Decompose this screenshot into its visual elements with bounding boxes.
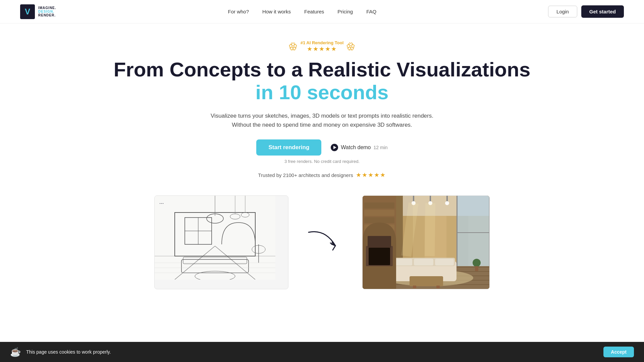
logo-taglines: IMAGINE. DESIGN. RENDER. bbox=[38, 6, 56, 17]
badge-stars: ★★★★★ bbox=[307, 45, 337, 53]
svg-rect-33 bbox=[364, 217, 394, 223]
logo-box: V bbox=[20, 4, 35, 19]
login-button[interactable]: Login bbox=[548, 6, 577, 17]
logo-render: RENDER. bbox=[38, 13, 56, 17]
badge-label: #1 AI Rendering Tool bbox=[301, 40, 344, 45]
play-triangle bbox=[333, 146, 336, 149]
svg-rect-58 bbox=[475, 266, 478, 271]
svg-rect-55 bbox=[413, 286, 416, 288]
render-image bbox=[363, 196, 489, 289]
start-rendering-button[interactable]: Start rendering bbox=[256, 139, 321, 156]
logo[interactable]: V IMAGINE. DESIGN. RENDER. bbox=[20, 4, 56, 19]
demo-duration: 12 min bbox=[374, 145, 388, 150]
svg-point-57 bbox=[473, 259, 481, 267]
svg-rect-54 bbox=[410, 276, 443, 286]
laurel-right: 🏵 bbox=[346, 41, 356, 52]
sketch-panel: ... bbox=[154, 195, 288, 289]
play-icon bbox=[331, 144, 338, 151]
hero-subtitle: Visualizee turns your sketches, images, … bbox=[7, 111, 637, 129]
nav-link-pricing[interactable]: Pricing bbox=[337, 9, 353, 14]
svg-rect-31 bbox=[364, 202, 394, 208]
nav-link-for-who[interactable]: For who? bbox=[228, 9, 249, 14]
hero-title-line2: in 10 seconds bbox=[7, 81, 637, 104]
trusted-section: Trusted by 2100+ architects and designer… bbox=[7, 171, 637, 179]
nav-actions: Login Get started bbox=[548, 5, 624, 18]
hero-title-line1: From Concepts to a Realistic Visualizati… bbox=[7, 59, 637, 81]
navbar: V IMAGINE. DESIGN. RENDER. For who? How … bbox=[0, 0, 644, 23]
free-renders-note: 3 free renders. No credit card required. bbox=[7, 159, 637, 164]
nav-link-faq[interactable]: FAQ bbox=[366, 9, 376, 14]
svg-rect-69 bbox=[369, 248, 390, 265]
svg-rect-68 bbox=[368, 236, 391, 248]
render-panel bbox=[362, 195, 490, 289]
watch-demo-link[interactable]: Watch demo 12 min bbox=[331, 144, 387, 151]
trust-stars: ★★★★★ bbox=[356, 171, 386, 179]
demo-section: ... bbox=[0, 189, 644, 289]
hero-subtitle-line2: Without the need to spend time and money… bbox=[232, 122, 412, 128]
render-svg bbox=[363, 196, 489, 289]
trusted-text: Trusted by 2100+ architects and designer… bbox=[258, 172, 353, 178]
logo-design: DESIGN. bbox=[38, 10, 56, 13]
svg-line-66 bbox=[430, 203, 430, 256]
logo-letter: V bbox=[25, 7, 30, 16]
nav-link-features[interactable]: Features bbox=[304, 9, 324, 14]
logo-imagine: IMAGINE. bbox=[38, 6, 56, 10]
nav-links: For who? How it works Features Pricing F… bbox=[228, 9, 377, 14]
hero-section: 🏵 #1 AI Rendering Tool ★★★★★ 🏵 From Conc… bbox=[0, 23, 644, 189]
svg-rect-32 bbox=[364, 210, 394, 216]
dots-label: ... bbox=[159, 199, 164, 205]
sketch-svg bbox=[155, 196, 275, 280]
curved-arrow-svg bbox=[302, 226, 349, 259]
arrow-area bbox=[302, 226, 349, 259]
watch-demo-label: Watch demo bbox=[341, 144, 371, 150]
sketch-panel-dots: ... bbox=[159, 199, 164, 205]
award-badge: 🏵 #1 AI Rendering Tool ★★★★★ 🏵 bbox=[7, 40, 637, 53]
svg-rect-56 bbox=[436, 286, 440, 288]
badge-content: #1 AI Rendering Tool ★★★★★ bbox=[301, 40, 344, 53]
get-started-button[interactable]: Get started bbox=[581, 5, 624, 18]
nav-link-how-it-works[interactable]: How it works bbox=[262, 9, 291, 14]
hero-subtitle-line1: Visualizee turns your sketches, images, … bbox=[211, 113, 433, 119]
laurel-left: 🏵 bbox=[288, 41, 298, 52]
svg-rect-52 bbox=[414, 259, 433, 265]
hero-cta-group: Start rendering Watch demo 12 min bbox=[7, 139, 637, 156]
svg-point-64 bbox=[445, 201, 449, 205]
svg-rect-53 bbox=[435, 259, 454, 265]
